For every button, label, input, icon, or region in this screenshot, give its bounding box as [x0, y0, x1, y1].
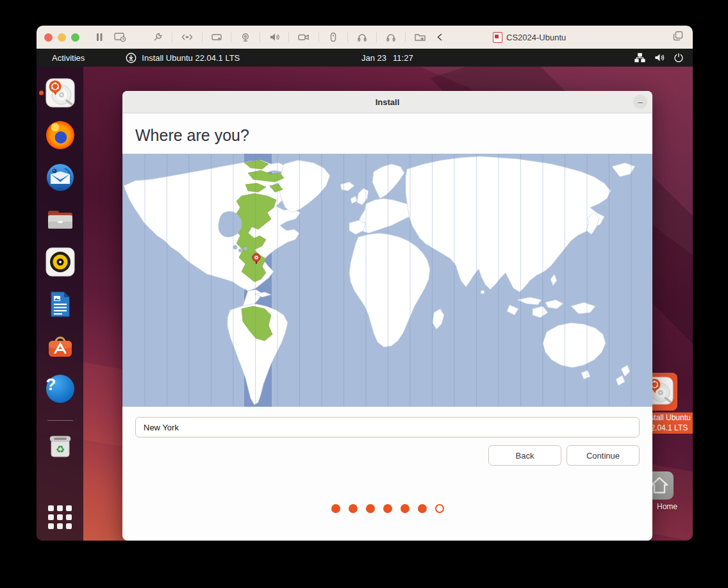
- volume-icon: [654, 53, 665, 63]
- mouse-icon[interactable]: [327, 31, 339, 43]
- continue-button[interactable]: Continue: [567, 445, 640, 466]
- dock-item-libreoffice-writer[interactable]: [46, 290, 75, 319]
- pause-icon[interactable]: [94, 31, 105, 43]
- dock-item-ubuntu-installer[interactable]: [46, 78, 75, 108]
- thunderbird-icon: [46, 163, 75, 192]
- gnome-topbar: Activities Install Ubuntu 22.04.1 LTS Ja…: [37, 49, 693, 67]
- dock-item-files[interactable]: [46, 205, 75, 234]
- clock-time: 11:27: [393, 53, 413, 63]
- traffic-lights: [44, 33, 79, 42]
- svg-text:♻: ♻: [55, 443, 64, 455]
- vm-title-text: CS2024-Ubuntu: [506, 33, 566, 42]
- video-camera-icon[interactable]: [297, 31, 310, 43]
- installer-minimize-button[interactable]: –: [633, 95, 647, 109]
- rhythmbox-icon: [46, 247, 75, 277]
- dock-item-thunderbird[interactable]: [46, 163, 75, 192]
- screenshot-stage: CS2024-Ubuntu Activities Install Ubuntu …: [0, 0, 728, 588]
- activities-button[interactable]: Activities: [48, 53, 88, 63]
- progress-dots: [122, 504, 652, 513]
- installer-title: Install: [376, 97, 400, 107]
- disk-drive-icon[interactable]: [211, 31, 222, 43]
- power-icon: [674, 53, 684, 63]
- dock-item-ubuntu-software[interactable]: [46, 332, 75, 361]
- shared-folder-icon[interactable]: [414, 31, 427, 43]
- vm-toolbar: [94, 31, 445, 43]
- dock-item-firefox[interactable]: [46, 120, 75, 150]
- dock-item-help[interactable]: ?: [46, 374, 75, 404]
- app-indicator[interactable]: Install Ubuntu 22.04.1 LTS: [126, 53, 240, 63]
- dock-separator: [47, 420, 73, 421]
- speaker-icon[interactable]: [269, 31, 280, 43]
- progress-dot: [331, 504, 340, 513]
- installer-header[interactable]: Install –: [122, 91, 652, 113]
- installer-window: Install – Where are you?: [122, 91, 652, 541]
- progress-dot: [435, 504, 444, 513]
- collapse-chevron-icon[interactable]: [435, 31, 445, 43]
- ubuntu-software-icon: [46, 332, 75, 361]
- wrench-icon[interactable]: [152, 31, 163, 43]
- network-icon: [634, 53, 645, 63]
- show-applications-button[interactable]: [48, 505, 72, 529]
- libreoffice-writer-icon: [46, 290, 75, 319]
- close-button[interactable]: [44, 33, 53, 42]
- page-title: Where are you?: [135, 126, 652, 145]
- windows-copy-icon[interactable]: [672, 30, 684, 44]
- clock-date: Jan 23: [361, 53, 386, 63]
- headphones-2-icon[interactable]: [385, 31, 397, 43]
- system-tray[interactable]: [634, 53, 684, 63]
- firefox-icon: [46, 121, 74, 149]
- snapshot-icon[interactable]: [113, 31, 126, 43]
- progress-dot: [349, 504, 358, 513]
- vm-screen: Activities Install Ubuntu 22.04.1 LTS Ja…: [37, 49, 693, 541]
- location-input[interactable]: [135, 417, 640, 437]
- dock-item-trash[interactable]: ♻: [46, 431, 75, 461]
- vm-icon: [493, 32, 502, 43]
- vm-title: CS2024-Ubuntu: [493, 26, 566, 49]
- files-folder-icon: [46, 205, 75, 234]
- progress-dot: [418, 504, 427, 513]
- code-icon[interactable]: [181, 31, 194, 43]
- trash-icon: ♻: [46, 431, 75, 461]
- clock[interactable]: Jan 23 11:27: [361, 53, 413, 63]
- install-app-icon: [126, 53, 136, 63]
- utm-vm-window: CS2024-Ubuntu Activities Install Ubuntu …: [37, 26, 693, 541]
- dock-item-rhythmbox[interactable]: [46, 247, 75, 277]
- macos-titlebar: CS2024-Ubuntu: [37, 26, 693, 49]
- minimize-button[interactable]: [58, 33, 66, 42]
- progress-dot: [366, 504, 375, 513]
- app-indicator-label: Install Ubuntu 22.04.1 LTS: [142, 53, 240, 63]
- ubuntu-installer-icon: [46, 78, 75, 108]
- timezone-map[interactable]: [122, 154, 652, 407]
- zoom-button[interactable]: [71, 33, 79, 42]
- back-button[interactable]: Back: [488, 445, 561, 466]
- help-icon: ?: [46, 375, 74, 403]
- dock: ? ♻: [37, 67, 83, 541]
- webcam-icon[interactable]: [240, 31, 251, 43]
- progress-dot: [383, 504, 392, 513]
- progress-dot: [401, 504, 410, 513]
- headphones-icon[interactable]: [356, 31, 368, 43]
